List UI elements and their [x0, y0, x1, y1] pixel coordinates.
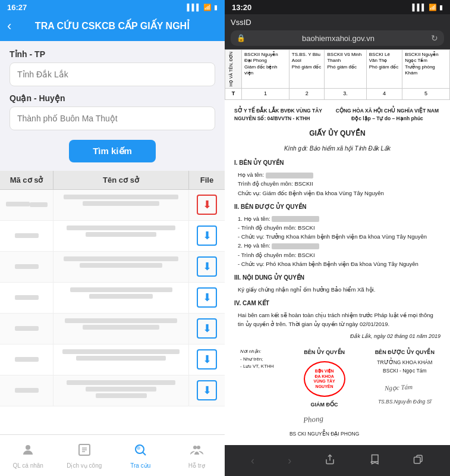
browser-share-button[interactable] — [325, 454, 335, 468]
browser-forward-button[interactable]: › — [288, 455, 291, 467]
status-bar-left: 16:27 ▌▌▌ 📶 ▮ — [0, 0, 225, 14]
section-1-title: I. BÊN ỦY QUYỀN — [234, 158, 440, 168]
browser-bottom: ‹ › — [225, 445, 450, 476]
download-button[interactable]: ⬇ — [197, 226, 217, 246]
doc-title: GIẤY ỦY QUYỀN — [234, 128, 440, 139]
search-form: Tỉnh - TP Quận - Huyện Tìm kiếm — [0, 41, 225, 171]
table-cell: BSCKII Nguyễn Ngọc TầmTrưởng phòng Khám — [402, 50, 450, 89]
download-icon: ⬇ — [203, 199, 212, 210]
reload-icon[interactable]: ↻ — [431, 33, 438, 43]
personal-icon — [21, 443, 35, 461]
download-button[interactable]: ⬇ — [197, 380, 217, 400]
bottom-nav: QL cá nhân Dịch vụ công Tra cứu Hỗ trợ — [0, 434, 225, 476]
sig-role-1: GIÁM ĐỐC — [289, 400, 359, 409]
col-ma: Mã cơ sở — [0, 171, 54, 189]
status-icons-right: ▌▌▌ 📶 ▮ — [413, 4, 443, 11]
download-button-highlighted[interactable]: ⬇ — [197, 195, 217, 215]
svg-line-6 — [143, 452, 146, 455]
table-row: ⬇ — [0, 375, 225, 406]
search-button[interactable]: Tìm kiếm — [69, 140, 156, 162]
browser-back-button[interactable]: ‹ — [251, 455, 254, 467]
svg-point-7 — [137, 446, 140, 450]
nav-label-personal: QL cá nhân — [13, 462, 43, 469]
svg-point-8 — [193, 446, 197, 449]
input-tinh[interactable] — [10, 62, 215, 86]
download-button[interactable]: ⬇ — [197, 349, 217, 369]
browser-top: VssID — [231, 18, 444, 27]
nav-item-hotro[interactable]: Hỗ trợ — [169, 443, 225, 469]
cell-name — [54, 221, 189, 251]
time-right: 13:20 — [232, 3, 251, 12]
sig-notes: Nơi nhận: - Như trên; - Lưu VT, KTHH — [240, 348, 274, 371]
section-3-body: Ký giấy chứng nhận nghỉ ốm hưởng Bảo hiể… — [238, 285, 440, 294]
table-row: ⬇ — [0, 221, 225, 252]
nav-item-tracuu[interactable]: Tra cứu — [112, 443, 169, 469]
signal-icon: ▌▌▌ — [187, 4, 201, 11]
data-table: Mã cơ sở Tên cơ sở File ⬇ — [0, 171, 225, 434]
input-quan[interactable] — [10, 107, 215, 130]
cell-file[interactable]: ⬇ — [189, 345, 225, 375]
signature-area: Nơi nhận: - Như trên; - Lưu VT, KTHH BÊN… — [234, 348, 440, 438]
section-1-body: Họ và tên: ████████ Trình độ chuyên môn:… — [238, 170, 440, 198]
cell-file[interactable]: ⬇ — [189, 252, 225, 282]
nav-label-dichvucong: Dịch vụ công — [67, 462, 102, 469]
battery-right-icon: ▮ — [439, 4, 443, 11]
col-file: File — [189, 171, 225, 189]
cell-ma — [0, 375, 54, 406]
download-icon: ⬇ — [203, 354, 212, 365]
nav-item-dichvucong[interactable]: Dịch vụ công — [56, 443, 113, 469]
table-cell-num: 4 — [366, 89, 402, 100]
url-bar[interactable]: 🔒 baohiemxahoi.gov.vn ↻ — [231, 30, 444, 46]
doc-org-header: SỞ Y TẾ ĐẮK LẮK BVĐK VÙNG TÂY NGUYÊN Số:… — [234, 107, 440, 123]
document-area: HỌ VÀ TÊN, ĐƠN BSCKII Nguyễn Đại PhongGi… — [225, 49, 450, 445]
table-cell-num: 1 — [242, 89, 289, 100]
browser-bookmarks-button[interactable] — [369, 454, 380, 468]
cell-file[interactable]: ⬇ — [189, 314, 225, 344]
battery-icon: ▮ — [214, 4, 218, 11]
cell-name — [54, 283, 189, 313]
browser-bar: VssID 🔒 baohiemxahoi.gov.vn ↻ — [225, 14, 450, 49]
status-bar-right: 13:20 ▌▌▌ 📶 ▮ — [225, 0, 450, 14]
table-cell: HỌ VÀ TÊN, ĐƠN — [225, 50, 242, 89]
right-panel: 13:20 ▌▌▌ 📶 ▮ VssID 🔒 baohiemxahoi.gov.v… — [225, 0, 450, 476]
nav-label-hotro: Hỗ trợ — [188, 462, 205, 469]
sig-name-1: BS CKI NGUYỄN ĐẠI PHONG — [289, 430, 359, 439]
doc-left-header: SỞ Y TẾ ĐẮK LẮK BVĐK VÙNG TÂY NGUYÊN Số:… — [234, 107, 334, 123]
back-button[interactable]: ‹ — [7, 18, 11, 34]
table-cell: BSCKII Nguyễn Đại PhongGiám đốc bệnh việ… — [242, 50, 289, 89]
cell-file[interactable]: ⬇ — [189, 375, 225, 406]
table-cell-num: 2 — [289, 89, 325, 100]
download-button[interactable]: ⬇ — [197, 256, 217, 277]
cell-name — [54, 190, 189, 220]
time-left: 16:27 — [7, 3, 27, 12]
dichvucong-icon — [77, 443, 92, 461]
table-cell: BSCKII Vũ Minh ThanhPhó giám đốc — [325, 50, 366, 89]
nav-label-tracuu: Tra cứu — [130, 462, 150, 469]
sig-image-1: Phong — [289, 409, 337, 430]
table-header: Mã cơ sở Tên cơ sở File — [0, 171, 225, 190]
sig-block-left: Nơi nhận: - Như trên; - Lưu VT, KTHH — [240, 348, 274, 438]
section-4-title: IV. CAM KẾT — [234, 299, 440, 308]
browser-tabs-button[interactable] — [413, 454, 424, 468]
cell-name — [54, 375, 189, 406]
doc-date: Đắk Lắk, ngày 02 tháng 01 năm 2019 — [234, 332, 440, 340]
browser-app-name: VssID — [231, 18, 251, 27]
sig-name-2: TS.BS.Nguyễn Đồng Sĩ — [375, 398, 435, 406]
download-icon: ⬇ — [203, 230, 212, 241]
download-button[interactable]: ⬇ — [197, 318, 217, 339]
left-panel: 16:27 ▌▌▌ 📶 ▮ ‹ TRA CỨU CSKCB CẤP GIẤY N… — [0, 0, 225, 476]
sig-block-right2: BÊN ĐƯỢC ỦY QUYỀN TRƯỞNG KHOA KHÁMBSCKI … — [375, 348, 435, 438]
cell-file[interactable]: ⬇ — [189, 221, 225, 251]
svg-point-9 — [197, 446, 200, 449]
cell-name — [54, 252, 189, 282]
label-quan: Quận - Huyện — [10, 93, 215, 103]
section-3-title: III. NỘI DUNG ỦY QUYỀN — [234, 273, 440, 283]
cell-ma — [0, 221, 54, 251]
cell-file[interactable]: ⬇ — [189, 190, 225, 220]
download-button[interactable]: ⬇ — [197, 287, 217, 308]
cell-file[interactable]: ⬇ — [189, 283, 225, 313]
nav-item-personal[interactable]: QL cá nhân — [0, 443, 56, 469]
cell-ma — [0, 314, 54, 344]
sig-role-2: TRƯỞNG KHOA KHÁMBSCKI - Ngọc Tám — [375, 359, 435, 375]
page-title: TRA CỨU CSKCB CẤP GIẤY NGHỈ — [35, 20, 190, 33]
